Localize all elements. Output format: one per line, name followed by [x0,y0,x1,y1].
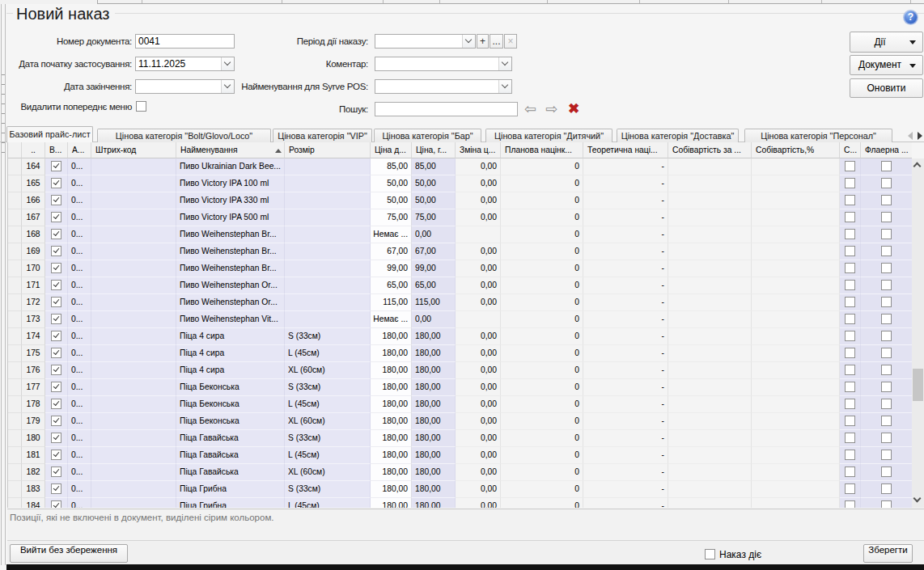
cell-plan-183[interactable]: 0 [501,481,583,498]
cell-name-175[interactable]: Піца 4 сира [176,345,285,362]
cell-ch-177[interactable]: 0,00 [456,379,501,396]
s-checkbox-175[interactable] [845,348,855,358]
cell-name-171[interactable]: Пиво Weihenstephan Or... [176,277,285,294]
cell-barcode-178[interactable] [91,396,176,413]
cell-costper-166[interactable] [668,192,752,209]
flyer-checkbox-168[interactable] [881,229,892,239]
include-checkbox-177[interactable] [51,382,61,392]
tab-price-category-4[interactable]: Цінова категорія "Дитячий" [485,129,612,142]
cell-s-180[interactable] [840,430,861,447]
cell-a-167[interactable]: 0... [68,209,91,226]
cell-barcode-172[interactable] [91,294,176,311]
column-header-num[interactable]: .. [22,142,45,158]
cell-plan-165[interactable]: 0 [501,175,583,192]
cell-pd-168[interactable]: Немає ... [371,226,412,243]
flyer-checkbox-169[interactable] [881,246,892,256]
start-date-combo[interactable]: 11.11.2025 [135,57,235,71]
cell-costpct-182[interactable] [752,464,840,481]
s-checkbox-170[interactable] [845,263,855,273]
period-add-button[interactable]: + [477,34,489,49]
cell-ch-166[interactable]: 0,00 [456,192,501,209]
cell-pd-167[interactable]: 75,00 [371,209,412,226]
cell-costpct-174[interactable] [752,328,840,345]
cell-size-177[interactable]: S (33см) [285,379,371,396]
cell-v-166[interactable] [45,192,68,209]
cell-plan-177[interactable]: 0 [501,379,583,396]
cell-costper-182[interactable] [668,464,752,481]
cell-ch-171[interactable]: 0,00 [456,277,501,294]
cell-costpct-178[interactable] [752,396,840,413]
cell-th-180[interactable]: - [583,430,668,447]
s-checkbox-172[interactable] [845,297,855,307]
column-header-s[interactable]: С... [840,142,861,158]
cell-pg-177[interactable]: 180,00 [412,379,456,396]
cell-th-178[interactable]: - [583,396,668,413]
order-period-combo[interactable] [375,34,476,49]
cell-costpct-179[interactable] [752,413,840,430]
cell-costpct-177[interactable] [752,379,840,396]
cell-a-168[interactable]: 0... [68,226,91,243]
cell-barcode-179[interactable] [91,413,176,430]
cell-s-168[interactable] [840,226,861,243]
cell-size-172[interactable] [285,294,371,311]
cell-th-166[interactable]: - [583,192,668,209]
cell-costper-171[interactable] [668,277,752,294]
cell-barcode-183[interactable] [91,481,176,498]
cell-pg-165[interactable]: 50,00 [412,175,456,192]
cell-barcode-177[interactable] [91,379,176,396]
cell-th-167[interactable]: - [583,209,668,226]
cell-s-182[interactable] [840,464,861,481]
cell-costper-173[interactable] [668,311,752,328]
cell-flyer-172[interactable] [861,294,912,311]
cell-barcode-181[interactable] [91,447,176,464]
cell-flyer-167[interactable] [861,209,912,226]
cell-flyer-181[interactable] [861,447,912,464]
cell-size-174[interactable]: S (33см) [285,328,371,345]
cell-th-182[interactable]: - [583,464,668,481]
cell-th-176[interactable]: - [583,362,668,379]
document-button[interactable]: Документ [850,55,923,75]
comment-combo[interactable] [375,57,512,71]
cell-v-171[interactable] [45,277,68,294]
cell-s-164[interactable] [840,158,861,175]
doc-number-input[interactable]: 0041 [135,34,235,49]
cell-costpct-167[interactable] [752,209,840,226]
cell-ch-173[interactable] [456,311,501,328]
cell-pg-179[interactable]: 180,00 [412,413,456,430]
cell-v-174[interactable] [45,328,68,345]
remove-prev-menu-checkbox[interactable] [136,101,146,112]
cell-barcode-164[interactable] [91,158,176,175]
column-header-v[interactable]: В... [45,142,68,158]
cell-costpct-168[interactable] [752,226,840,243]
cell-v-175[interactable] [45,345,68,362]
cell-flyer-168[interactable] [861,226,912,243]
cell-pd-165[interactable]: 50,00 [371,175,412,192]
cell-th-184[interactable]: - [583,498,668,508]
cell-a-176[interactable]: 0... [68,362,91,379]
cell-v-181[interactable] [45,447,68,464]
cell-pg-180[interactable]: 180,00 [412,430,456,447]
cell-costper-165[interactable] [668,175,752,192]
cell-a-165[interactable]: 0... [68,175,91,192]
cell-th-168[interactable]: - [583,226,668,243]
actions-button[interactable]: Дії [850,32,923,53]
cell-th-164[interactable]: - [583,158,668,175]
column-header-a[interactable]: А... [68,142,91,158]
cell-flyer-176[interactable] [861,362,912,379]
cell-barcode-184[interactable] [91,498,176,508]
include-checkbox-180[interactable] [51,433,61,443]
column-header-costpct[interactable]: Собівартість,% [752,142,840,158]
cell-pd-171[interactable]: 65,00 [371,277,412,294]
cell-size-175[interactable]: L (45см) [285,345,371,362]
vertical-scrollbar[interactable] [912,158,924,508]
cell-v-172[interactable] [45,294,68,311]
cell-s-171[interactable] [840,277,861,294]
pos-name-combo[interactable] [375,79,512,94]
include-checkbox-170[interactable] [51,263,61,273]
cell-plan-169[interactable]: 0 [501,243,583,260]
cell-costper-168[interactable] [668,226,752,243]
period-more-button[interactable]: ... [490,34,503,49]
cell-size-179[interactable]: XL (60см) [285,413,371,430]
cell-a-183[interactable]: 0... [68,481,91,498]
include-checkbox-181[interactable] [51,450,61,460]
